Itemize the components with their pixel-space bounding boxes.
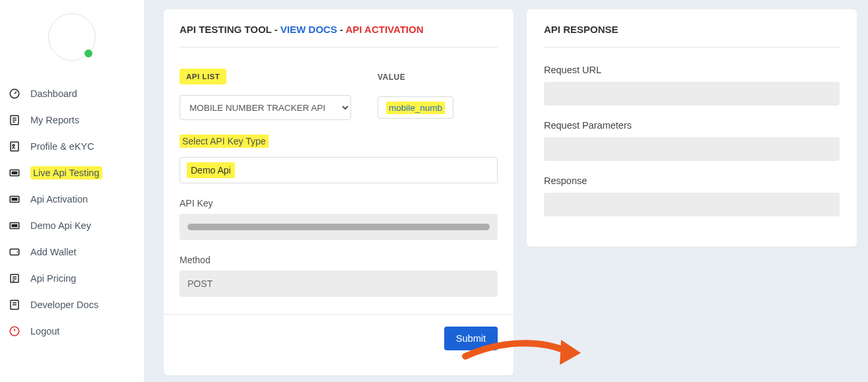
request-params-label: Request Parameters xyxy=(544,120,840,131)
card-header: API TESTING TOOL - VIEW DOCS - API ACTIV… xyxy=(164,9,514,50)
key-type-select[interactable]: Demo Api xyxy=(180,157,498,183)
profile-icon xyxy=(8,140,21,153)
block-request-params: Request Parameters xyxy=(544,120,840,161)
sidebar-item-developer-docs[interactable]: Developer Docs xyxy=(8,292,139,318)
title-prefix: API TESTING TOOL xyxy=(180,24,271,35)
key-type-selected: Demo Api xyxy=(187,162,235,178)
gauge-icon xyxy=(8,87,21,100)
value-label: VALUE xyxy=(378,69,470,86)
sidebar-item-dashboard[interactable]: Dashboard xyxy=(8,80,139,107)
row-api-list-value: API LIST MOBILE NUMBER TRACKER API VALUE… xyxy=(180,69,498,120)
field-api-key: API Key xyxy=(180,198,498,240)
response-title: API RESPONSE xyxy=(544,24,840,48)
api-activation-link[interactable]: API ACTIVATION xyxy=(345,24,423,35)
block-request-url: Request URL xyxy=(544,65,840,106)
docs-icon xyxy=(8,298,21,311)
card-title: API TESTING TOOL - VIEW DOCS - API ACTIV… xyxy=(180,24,498,48)
sidebar-item-label: Logout xyxy=(30,326,59,336)
sidebar-menu: Dashboard My Reports Profile & eKYC Live… xyxy=(0,80,144,344)
method-label: Method xyxy=(180,255,498,265)
sidebar-item-label: Demo Api Key xyxy=(30,220,91,231)
view-docs-link[interactable]: VIEW DOCS xyxy=(281,24,337,35)
field-key-type: Select API Key Type Demo Api xyxy=(180,135,498,183)
sidebar-item-label: Developer Docs xyxy=(30,300,98,310)
api-response-card: API RESPONSE Request URL Request Paramet… xyxy=(527,9,857,247)
api-icon xyxy=(8,166,21,179)
sidebar-item-logout[interactable]: Logout xyxy=(8,318,139,344)
value-chip-text: mobile_numb xyxy=(386,102,445,114)
pricing-icon xyxy=(8,272,21,285)
api-list-label: API LIST xyxy=(180,69,226,84)
api-key-label: API Key xyxy=(180,198,498,208)
api-list-select[interactable]: MOBILE NUMBER TRACKER API xyxy=(180,95,351,120)
sidebar-item-label: Dashboard xyxy=(30,88,77,99)
api-icon xyxy=(8,219,21,232)
response-box xyxy=(544,193,840,216)
wallet-icon xyxy=(8,245,21,259)
sidebar-item-profile-ekyc[interactable]: Profile & eKYC xyxy=(8,133,139,160)
svg-point-3 xyxy=(13,144,15,146)
sidebar-item-label: Profile & eKYC xyxy=(30,141,94,152)
api-icon xyxy=(8,193,21,206)
sidebar: Dashboard My Reports Profile & eKYC Live… xyxy=(0,0,144,382)
sidebar-item-label: My Reports xyxy=(30,115,79,125)
submit-row: Submit xyxy=(164,315,514,350)
method-input: POST xyxy=(180,271,498,297)
field-method: Method POST xyxy=(180,255,498,297)
response-label: Response xyxy=(544,175,840,186)
main-area: API TESTING TOOL - VIEW DOCS - API ACTIV… xyxy=(144,0,868,382)
submit-button[interactable]: Submit xyxy=(444,327,498,350)
sep: - xyxy=(271,24,280,35)
sidebar-item-label: Api Activation xyxy=(30,194,88,205)
sidebar-item-label: Live Api Testing xyxy=(30,166,102,179)
request-url-label: Request URL xyxy=(544,65,840,75)
sidebar-item-live-api-testing[interactable]: Live Api Testing xyxy=(8,160,139,186)
sidebar-item-api-activation[interactable]: Api Activation xyxy=(8,186,139,212)
sidebar-item-label: Add Wallet xyxy=(30,247,77,257)
api-key-input[interactable] xyxy=(180,214,498,240)
sidebar-item-my-reports[interactable]: My Reports xyxy=(8,107,139,133)
request-params-box xyxy=(544,137,840,161)
api-key-redacted xyxy=(187,224,490,230)
form-body: API LIST MOBILE NUMBER TRACKER API VALUE… xyxy=(164,50,514,297)
method-value: POST xyxy=(187,278,213,289)
select-key-type-label: Select API Key Type xyxy=(180,135,269,148)
sidebar-item-label: Api Pricing xyxy=(30,273,76,284)
reports-icon xyxy=(8,113,21,127)
sep: - xyxy=(337,24,346,35)
power-icon xyxy=(8,325,21,338)
api-testing-card: API TESTING TOOL - VIEW DOCS - API ACTIV… xyxy=(164,9,514,375)
sidebar-item-demo-api-key[interactable]: Demo Api Key xyxy=(8,212,139,239)
block-response: Response xyxy=(544,175,840,216)
request-url-box xyxy=(544,82,840,106)
avatar[interactable] xyxy=(48,13,96,61)
sidebar-item-api-pricing[interactable]: Api Pricing xyxy=(8,265,139,292)
avatar-wrap xyxy=(0,7,144,80)
sidebar-item-add-wallet[interactable]: Add Wallet xyxy=(8,239,139,265)
value-chip: mobile_numb xyxy=(378,96,453,119)
